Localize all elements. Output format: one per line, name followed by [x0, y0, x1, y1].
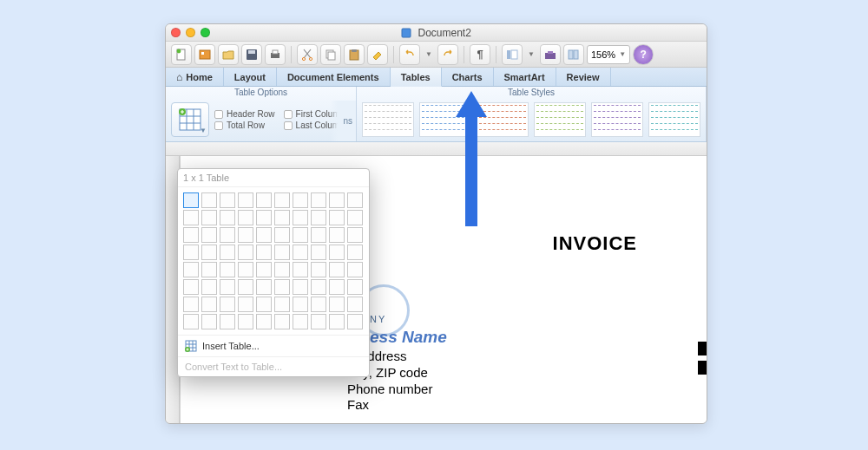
table-size-picker[interactable]: [178, 187, 369, 335]
table-size-cell[interactable]: [329, 245, 345, 260]
tab-home[interactable]: Home: [166, 68, 224, 86]
table-size-cell[interactable]: [329, 314, 345, 329]
table-size-cell[interactable]: [220, 314, 235, 329]
zoom-control[interactable]: 156%▼: [587, 45, 630, 64]
table-size-cell[interactable]: [311, 297, 326, 312]
redo-button[interactable]: [437, 44, 458, 65]
table-size-cell[interactable]: [238, 279, 253, 295]
open-button[interactable]: [218, 44, 239, 65]
table-size-cell[interactable]: [220, 227, 235, 243]
new-table-button[interactable]: ▼: [171, 102, 209, 137]
templates-button[interactable]: [194, 44, 215, 65]
table-size-cell[interactable]: [220, 279, 235, 295]
table-size-cell[interactable]: [311, 210, 326, 225]
tab-review[interactable]: Review: [556, 68, 611, 86]
table-style-swatch[interactable]: [591, 102, 643, 137]
table-size-cell[interactable]: [311, 314, 326, 329]
table-size-cell[interactable]: [220, 192, 235, 208]
total-row-check[interactable]: Total Row: [214, 121, 275, 130]
table-size-cell[interactable]: [274, 314, 290, 329]
gallery-button[interactable]: [563, 44, 584, 65]
table-size-cell[interactable]: [183, 192, 199, 208]
sidebar-dropdown[interactable]: ▼: [525, 44, 537, 65]
table-size-cell[interactable]: [347, 192, 363, 208]
table-size-cell[interactable]: [201, 279, 217, 295]
table-size-cell[interactable]: [238, 262, 253, 277]
table-size-cell[interactable]: [293, 279, 308, 295]
table-size-cell[interactable]: [329, 279, 345, 295]
table-size-cell[interactable]: [238, 245, 253, 260]
table-size-cell[interactable]: [183, 245, 199, 260]
table-size-cell[interactable]: [274, 279, 290, 295]
table-size-cell[interactable]: [256, 210, 272, 225]
table-style-swatch[interactable]: [362, 102, 414, 137]
table-size-cell[interactable]: [183, 279, 199, 295]
tab-layout[interactable]: Layout: [224, 68, 277, 86]
table-style-swatch[interactable]: [534, 102, 586, 137]
table-size-cell[interactable]: [183, 262, 199, 277]
table-size-cell[interactable]: [238, 314, 253, 329]
table-size-cell[interactable]: [183, 297, 199, 312]
table-size-cell[interactable]: [311, 279, 326, 295]
table-size-cell[interactable]: [329, 262, 345, 277]
table-size-cell[interactable]: [329, 227, 345, 243]
table-size-cell[interactable]: [347, 262, 363, 277]
table-size-cell[interactable]: [274, 262, 290, 277]
table-size-cell[interactable]: [220, 297, 235, 312]
help-button[interactable]: ?: [633, 44, 654, 65]
table-size-cell[interactable]: [256, 314, 272, 329]
tab-tables[interactable]: Tables: [391, 68, 442, 87]
table-size-cell[interactable]: [201, 210, 217, 225]
table-style-swatch[interactable]: [419, 102, 471, 137]
table-size-cell[interactable]: [238, 297, 253, 312]
header-row-check[interactable]: Header Row: [214, 109, 275, 119]
table-size-cell[interactable]: [256, 245, 272, 260]
tab-document-elements[interactable]: Document Elements: [277, 68, 391, 86]
table-size-cell[interactable]: [274, 297, 290, 312]
table-size-cell[interactable]: [347, 210, 363, 225]
table-size-cell[interactable]: [274, 227, 290, 243]
table-size-cell[interactable]: [201, 245, 217, 260]
table-size-cell[interactable]: [256, 262, 272, 277]
table-size-cell[interactable]: [238, 192, 253, 208]
table-size-cell[interactable]: [347, 297, 363, 312]
paste-button[interactable]: [344, 44, 365, 65]
table-size-cell[interactable]: [220, 245, 235, 260]
table-style-swatch[interactable]: [477, 102, 529, 137]
table-size-cell[interactable]: [293, 227, 308, 243]
table-size-cell[interactable]: [256, 297, 272, 312]
table-size-cell[interactable]: [293, 192, 308, 208]
table-size-cell[interactable]: [201, 297, 217, 312]
undo-dropdown[interactable]: ▼: [423, 44, 435, 65]
table-size-cell[interactable]: [293, 210, 308, 225]
save-button[interactable]: [241, 44, 262, 65]
table-style-swatch[interactable]: [648, 102, 700, 137]
table-size-cell[interactable]: [347, 279, 363, 295]
table-size-cell[interactable]: [293, 314, 308, 329]
table-size-cell[interactable]: [329, 192, 345, 208]
table-size-cell[interactable]: [256, 227, 272, 243]
table-size-cell[interactable]: [238, 227, 253, 243]
table-size-cell[interactable]: [329, 297, 345, 312]
tab-charts[interactable]: Charts: [442, 68, 494, 86]
table-size-cell[interactable]: [201, 262, 217, 277]
table-size-cell[interactable]: [347, 245, 363, 260]
table-size-cell[interactable]: [183, 227, 199, 243]
table-size-cell[interactable]: [238, 210, 253, 225]
table-size-cell[interactable]: [201, 314, 217, 329]
table-size-cell[interactable]: [293, 297, 308, 312]
tab-smartart[interactable]: SmartArt: [494, 68, 556, 86]
table-size-cell[interactable]: [311, 227, 326, 243]
table-size-cell[interactable]: [183, 210, 199, 225]
copy-button[interactable]: [320, 44, 341, 65]
undo-button[interactable]: [399, 44, 420, 65]
table-size-cell[interactable]: [183, 314, 199, 329]
insert-table-menuitem[interactable]: Insert Table...: [178, 335, 369, 356]
table-size-cell[interactable]: [220, 262, 235, 277]
table-size-cell[interactable]: [274, 210, 290, 225]
table-size-cell[interactable]: [347, 227, 363, 243]
table-size-cell[interactable]: [293, 245, 308, 260]
table-size-cell[interactable]: [256, 279, 272, 295]
table-size-cell[interactable]: [274, 192, 290, 208]
table-size-cell[interactable]: [220, 210, 235, 225]
